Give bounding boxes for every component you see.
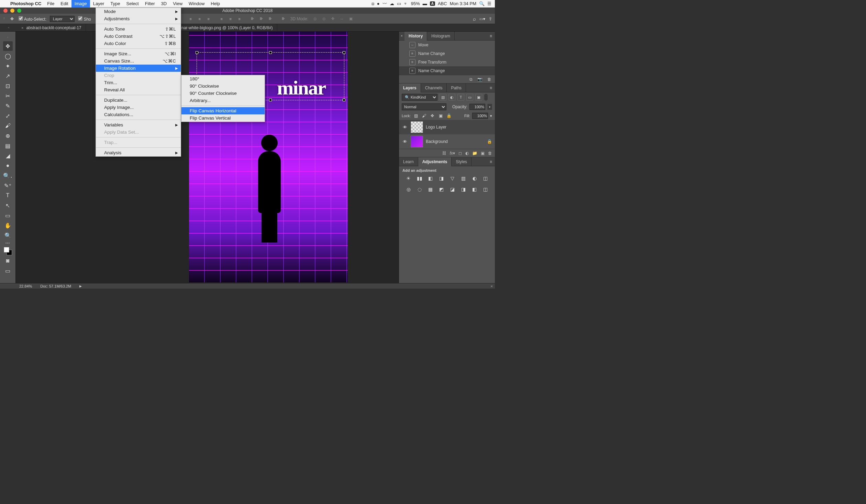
adjustment-preset-13[interactable]: ◨	[460, 186, 467, 193]
menu-edit[interactable]: Edit	[57, 0, 71, 8]
menu-item-arbitrary[interactable]: Arbitrary...	[181, 97, 265, 104]
layer-mask-icon[interactable]: ◻	[458, 151, 462, 156]
adjustment-preset-14[interactable]: ◧	[471, 186, 478, 193]
tab-bar-grip-icon[interactable]: »	[0, 24, 17, 32]
menu-item-adjustments[interactable]: Adjustments▶	[96, 15, 181, 22]
trash-icon[interactable]: 🗑	[488, 151, 492, 156]
tab-styles[interactable]: Styles	[452, 157, 471, 166]
adjustment-preset-10[interactable]: ▦	[427, 186, 434, 193]
menu-item-calculations[interactable]: Calculations...	[96, 111, 181, 118]
distribute-spacing-icon[interactable]: ⊪	[280, 15, 287, 22]
layer-name[interactable]: Logo Layer	[426, 125, 446, 130]
status-arrow-icon[interactable]: ▶	[79, 284, 82, 288]
adjustment-preset-11[interactable]: ◩	[438, 186, 445, 193]
opacity-dropdown-icon[interactable]: ▾	[487, 104, 492, 110]
align-right-icon[interactable]: ≡	[205, 15, 212, 22]
adjustment-layer-icon[interactable]: ◐	[465, 151, 469, 156]
zoom-window-button[interactable]	[17, 9, 21, 13]
menu-item-image-size[interactable]: Image Size...⌥⌘I	[96, 50, 181, 57]
panel-menu-icon[interactable]: ≡	[490, 159, 495, 164]
menu-3d[interactable]: 3D	[158, 0, 170, 8]
filter-shape-icon[interactable]: ▭	[466, 94, 473, 101]
menu-layer[interactable]: Layer	[90, 0, 108, 8]
tool-5[interactable]: ✂	[3, 91, 13, 101]
create-doc-state-icon[interactable]: ⧉	[469, 77, 473, 82]
history-item[interactable]: ↔Move	[399, 41, 495, 49]
tool-13[interactable]: 🔍᎐	[3, 171, 13, 180]
distribute-3-icon[interactable]: ⊪	[267, 15, 274, 22]
frame-mode-icon[interactable]: ▭▾	[479, 16, 485, 21]
adjustment-preset-3[interactable]: ◨	[438, 175, 445, 182]
tool-2[interactable]: ✦	[3, 61, 13, 71]
close-status-icon[interactable]: ×	[491, 284, 493, 288]
search-icon[interactable]: ⌕	[473, 16, 476, 22]
menu-type[interactable]: Type	[107, 0, 123, 8]
filter-adjust-icon[interactable]: ◐	[448, 94, 455, 101]
screen-mode-icon[interactable]: ▭	[3, 266, 13, 276]
camera-icon[interactable]: 📷	[477, 77, 482, 82]
tab-channels[interactable]: Channels	[421, 83, 447, 92]
layer-fx-icon[interactable]: fx▾	[450, 151, 455, 156]
tool-11[interactable]: ◢	[3, 151, 13, 160]
spotlight-icon[interactable]: 🔍	[479, 1, 485, 6]
menu-select[interactable]: Select	[123, 0, 142, 8]
tab-history[interactable]: History	[404, 32, 427, 41]
menu-item-auto-contrast[interactable]: Auto Contrast⌥⇧⌘L	[96, 33, 181, 40]
auto-select-checkbox[interactable]: Auto-Select:	[19, 16, 46, 22]
opacity-input[interactable]	[469, 104, 485, 110]
app-name[interactable]: Photoshop CC	[8, 1, 44, 6]
menu-item-flip-canvas-vertical[interactable]: Flip Canvas Vertical	[181, 114, 265, 122]
quick-mask-icon[interactable]: ◙	[3, 256, 13, 266]
battery-icon[interactable]: ▬	[423, 1, 427, 6]
blend-mode-dropdown[interactable]: Normal	[402, 103, 446, 110]
document-tab-2[interactable]: × luminar-white-biglogo.png @ 100% (Laye…	[165, 24, 277, 32]
wifi-icon[interactable]: ᯤ	[404, 1, 408, 6]
adjustment-preset-5[interactable]: ▥	[460, 175, 467, 182]
menu-item-flip-canvas-horizontal[interactable]: Flip Canvas Horizontal	[181, 107, 265, 114]
tool-1[interactable]: ◯	[3, 51, 13, 61]
show-transform-checkbox[interactable]: Sho	[78, 16, 91, 22]
menu-help[interactable]: Help	[208, 0, 223, 8]
adjustment-preset-7[interactable]: ◫	[482, 175, 489, 182]
lock-artboard-icon[interactable]: ▣	[437, 113, 444, 119]
share-icon[interactable]: ⇪	[489, 16, 492, 21]
cloud-icon[interactable]: ☁	[390, 1, 394, 6]
tool-14[interactable]: ✎⁺	[3, 181, 13, 190]
menu-item-apply-image[interactable]: Apply Image...	[96, 104, 181, 111]
control-center-icon[interactable]: ☰	[487, 1, 491, 6]
adjustment-preset-8[interactable]: ◎	[405, 186, 412, 193]
align-center-v-icon[interactable]: ≡	[227, 15, 234, 22]
adjustment-preset-2[interactable]: ◧	[427, 175, 434, 182]
link-layers-icon[interactable]: ⛓	[442, 151, 446, 156]
tools-grip-icon[interactable]: «	[7, 33, 9, 41]
canvas[interactable]: minar	[16, 32, 399, 283]
align-left-icon[interactable]: ≡	[187, 15, 194, 22]
document-tab-1[interactable]: × abstract-backlit-conceptual-17	[17, 24, 86, 32]
collapse-panel-icon[interactable]: ×	[399, 34, 404, 38]
filter-kind-dropdown[interactable]: 🔍 KindKind	[402, 94, 437, 101]
menu-window[interactable]: Window	[186, 0, 208, 8]
menu-item-90-counter-clockwise[interactable]: 90° Counter Clockwise	[181, 90, 265, 97]
adjustment-preset-6[interactable]: ◐	[471, 175, 478, 182]
layer-row[interactable]: 👁Background🔒	[399, 134, 495, 149]
menu-item-reveal-all[interactable]: Reveal All	[96, 86, 181, 93]
minimize-window-button[interactable]	[10, 9, 14, 13]
foreground-background-colors[interactable]	[3, 246, 13, 256]
clock[interactable]: Mon 3:34 PM	[450, 1, 476, 6]
tool-7[interactable]: ⤢	[3, 111, 13, 121]
menu-image[interactable]: Image	[71, 0, 90, 8]
keyboard-badge[interactable]: A	[430, 1, 435, 6]
lock-position-icon[interactable]: ✥	[429, 113, 435, 119]
close-tab-icon[interactable]: ×	[21, 24, 23, 32]
tool-17[interactable]: ▭	[3, 211, 13, 220]
lock-all-icon[interactable]: 🔒	[446, 113, 452, 119]
tool-6[interactable]: ✎	[3, 101, 13, 111]
menu-item-auto-color[interactable]: Auto Color⇧⌘B	[96, 40, 181, 47]
menu-item-variables[interactable]: Variables▶	[96, 121, 181, 128]
history-item[interactable]: ≡Free Transform	[399, 58, 495, 66]
menu-item-image-rotation[interactable]: Image Rotation▶	[96, 65, 181, 72]
menu-item-mode[interactable]: Mode▶	[96, 8, 181, 15]
tool-18[interactable]: ✋	[3, 221, 13, 230]
trash-icon[interactable]: 🗑	[487, 77, 491, 82]
menu-filter[interactable]: Filter	[142, 0, 158, 8]
